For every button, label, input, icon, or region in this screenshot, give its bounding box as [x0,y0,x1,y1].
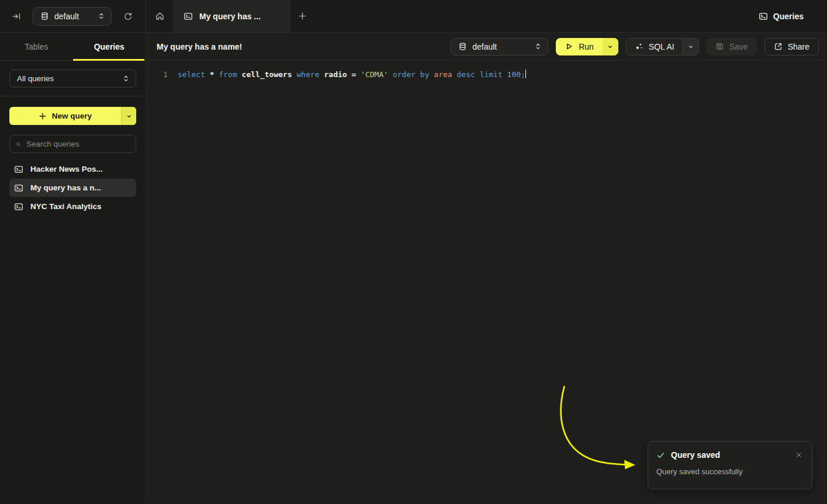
sparkles-icon [635,42,643,51]
query-list-item-label: My query has a n... [30,183,101,192]
toast-title-row: Query saved [656,450,804,460]
query-filter-label: All queries [17,74,117,83]
sidebar: Tables Queries All queries New [0,33,146,503]
line-number: 1 [155,69,168,80]
plus-icon [298,12,307,20]
save-floppy-icon [715,42,724,51]
query-list-item-selected[interactable]: My query has a n... [9,179,136,197]
new-query-button[interactable]: New query [9,107,121,125]
toolbar-database-select[interactable]: default [451,38,548,55]
share-icon [774,42,783,51]
check-icon [656,451,665,460]
refresh-button[interactable] [120,8,136,25]
queries-indicator[interactable]: Queries [759,0,827,32]
tab-strip: My query has ... [146,0,314,32]
toast-title: Query saved [671,450,720,460]
query-list-item-label: NYC Taxi Analytics [30,202,102,211]
new-query-label: New query [52,112,92,120]
sidebar-content: All queries New query [0,61,146,215]
query-terminal-icon [14,165,23,174]
run-button[interactable]: Run [556,38,603,55]
save-button-label: Save [729,42,748,51]
topbar-database-label: default [54,12,92,21]
chevron-updown-icon [122,75,130,82]
query-toolbar: default Run [451,38,819,55]
chevron-updown-icon [98,12,105,20]
query-list: Hacker News Pos... My query has a n... [9,160,136,215]
sql-console-app: default My q [0,0,827,504]
topbar-database-select[interactable]: default [33,7,112,26]
database-icon [458,42,467,51]
new-tab-button[interactable] [290,0,314,32]
plus-icon [39,112,47,120]
sql-code: select * from cell_towers where radio = … [178,69,526,80]
sql-ai-dropdown-button[interactable] [683,39,698,55]
home-tab-button[interactable] [146,0,173,32]
query-header: My query has a name! default [146,33,827,61]
toast-query-saved: Query saved Query saved successfully [648,441,812,489]
run-dropdown-button[interactable] [603,38,618,55]
query-list-item-label: Hacker News Pos... [30,165,103,173]
refresh-icon [123,12,133,21]
sql-code-tokens: select * from cell_towers where radio = … [178,70,525,79]
chevron-down-icon [126,113,133,120]
sidebar-tabs: Tables Queries [0,33,146,61]
queries-indicator-label: Queries [773,12,804,21]
sql-ai-split-button: SQL AI [626,38,699,55]
share-button-label: Share [788,42,809,51]
home-icon [155,11,165,21]
chevron-down-icon [687,43,694,50]
toast-close-button[interactable] [794,450,804,460]
main-panel: My query has a name! default [146,33,827,503]
tab-my-query[interactable]: My query has ... [173,0,290,32]
search-queries-input[interactable] [26,140,130,148]
sidebar-divider [0,96,146,96]
toolbar-database-label: default [472,42,529,51]
sql-ai-button-label: SQL AI [649,42,674,51]
top-bar-left: default [0,0,146,32]
query-terminal-icon [14,202,23,211]
sidebar-tab-queries[interactable]: Queries [73,33,146,60]
tab-label: My query has ... [199,12,261,21]
play-icon [565,42,573,51]
sql-editor[interactable]: 1 select * from cell_towers where radio … [146,61,827,503]
new-query-dropdown-button[interactable] [121,107,136,125]
query-filter-select[interactable]: All queries [9,69,136,88]
query-terminal-icon [759,12,768,21]
close-icon [795,451,802,458]
sql-ai-button[interactable]: SQL AI [627,39,683,55]
sql-code-line: 1 select * from cell_towers where radio … [146,69,827,80]
query-terminal-icon [184,12,193,21]
query-list-item[interactable]: Hacker News Pos... [9,160,136,178]
top-bar: default My q [0,0,827,33]
toast-message: Query saved successfully [656,467,804,476]
sidebar-tab-tables[interactable]: Tables [0,33,73,60]
run-button-label: Run [579,42,594,51]
save-button[interactable]: Save [707,38,757,55]
search-icon [16,140,21,148]
query-terminal-icon [14,183,23,193]
run-split-button: Run [556,38,618,55]
chevron-down-icon [607,43,614,50]
arrow-to-bar-icon [12,12,21,21]
database-icon [40,12,49,20]
body: Tables Queries All queries New [0,33,827,503]
search-queries-box [9,135,136,153]
new-query-split-button: New query [9,107,136,125]
text-cursor [525,69,527,78]
chevron-updown-icon [534,43,542,50]
collapse-sidebar-button[interactable] [8,8,25,25]
query-title[interactable]: My query has a name! [157,42,242,51]
query-list-item[interactable]: NYC Taxi Analytics [9,197,136,215]
share-button[interactable]: Share [764,38,819,55]
